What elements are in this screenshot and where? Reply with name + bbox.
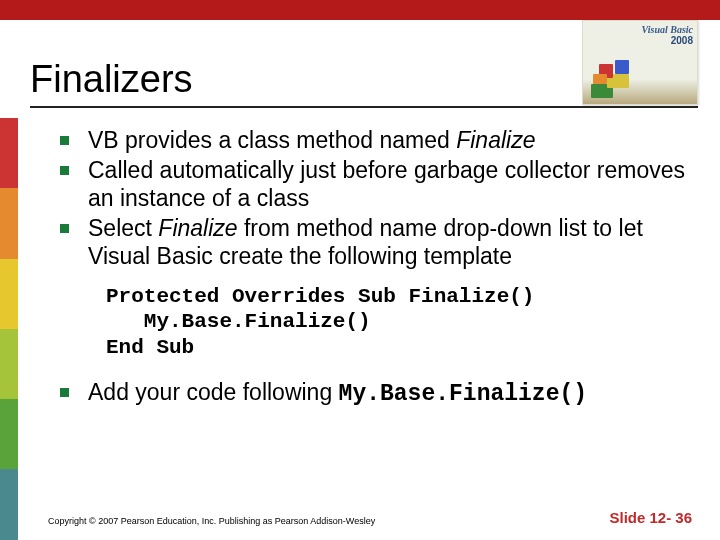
bullet-mono: My.Base.Finalize() — [339, 381, 587, 407]
bullet-emph: Finalize — [158, 215, 237, 241]
slide-number: Slide 12- 36 — [609, 509, 692, 526]
logo-brand: Visual Basic — [587, 25, 693, 35]
bullet-emph: Finalize — [456, 127, 535, 153]
top-stripe — [0, 0, 720, 20]
copyright-footer: Copyright © 2007 Pearson Education, Inc.… — [48, 516, 375, 526]
slide-title: Finalizers — [30, 58, 193, 101]
slide-body: VB provides a class method named Finaliz… — [48, 126, 690, 422]
bullet-list-top: VB provides a class method named Finaliz… — [48, 126, 690, 270]
bullet-text: VB provides a class method named — [88, 127, 456, 153]
book-cover-logo: Visual Basic 2008 — [582, 20, 698, 105]
bullet-item: VB provides a class method named Finaliz… — [48, 126, 690, 154]
side-color-stripe — [0, 118, 18, 540]
lego-blocks-icon — [589, 56, 639, 98]
bullet-text: Select — [88, 215, 158, 241]
bullet-text: Add your code following — [88, 379, 339, 405]
bullet-item: Select Finalize from method name drop-do… — [48, 214, 690, 270]
bullet-item: Add your code following My.Base.Finalize… — [48, 378, 690, 408]
bullet-item: Called automatically just before garbage… — [48, 156, 690, 212]
bullet-text: Called automatically just before garbage… — [88, 157, 685, 211]
code-template: Protected Overrides Sub Finalize() My.Ba… — [106, 284, 690, 360]
logo-year: 2008 — [587, 35, 693, 46]
title-underline — [30, 106, 698, 108]
bullet-list-bottom: Add your code following My.Base.Finalize… — [48, 378, 690, 408]
